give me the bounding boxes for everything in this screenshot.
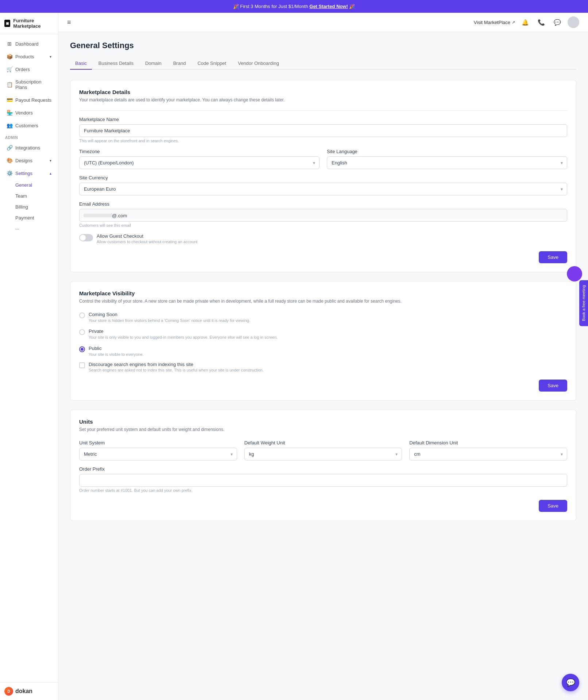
subscription-icon: 📋 (7, 82, 12, 88)
discourage-indexing-item: Discourage search engines from indexing … (79, 362, 567, 372)
sidebar-item-general[interactable]: General (12, 180, 57, 190)
chat-floating-icon: 💬 (566, 678, 575, 687)
private-desc: Your site is only visible to you and log… (89, 335, 278, 340)
marketplace-name-input[interactable] (79, 124, 567, 137)
visibility-desc: Control the visibility of your store. A … (79, 298, 567, 304)
chat-floating-button[interactable]: 💬 (562, 674, 579, 691)
sidebar-item-label: Products (15, 54, 34, 59)
site-currency-label: Site Currency (79, 175, 567, 180)
menu-icon[interactable]: ≡ (67, 19, 71, 26)
settings-tabs: Basic Business Details Domain Brand Code… (70, 58, 576, 70)
sidebar-item-label: Customers (15, 123, 38, 128)
order-prefix-input[interactable] (79, 474, 567, 487)
sidebar-item-more[interactable]: ··· (12, 223, 57, 234)
sidebar-item-label: Designs (15, 158, 32, 163)
radio-coming-soon-btn[interactable] (79, 312, 85, 318)
sidebar-item-products[interactable]: 📦 Products ▾ (1, 50, 57, 63)
guest-checkout-wrapper: Allow Guest Checkout Allow customers to … (79, 233, 567, 244)
guest-checkout-desc: Allow customers to checkout without crea… (97, 240, 197, 244)
book-meeting-button[interactable]: Book a free meeting (579, 280, 588, 326)
coming-soon-desc: Your store is hidden from visitors behin… (89, 318, 250, 323)
notifications-button[interactable]: 🔔 (519, 16, 531, 28)
vendors-icon: 🏪 (7, 110, 12, 116)
bell-icon: 🔔 (522, 19, 529, 26)
units-title: Units (79, 419, 567, 425)
external-link-icon: ↗ (512, 20, 515, 25)
tab-brand[interactable]: Brand (168, 58, 191, 70)
dimension-unit-select[interactable]: cm in (409, 448, 567, 460)
sidebar-item-team[interactable]: Team (12, 191, 57, 201)
radio-public-text: Public Your site is visible to everyone. (89, 346, 144, 357)
email-label: Email Address (79, 201, 567, 207)
radio-private: Private Your site is only visible to you… (79, 328, 567, 340)
order-prefix-hint: Order number starts at #1001. But you ca… (79, 488, 567, 493)
site-currency-select[interactable]: European Euro (79, 183, 567, 195)
banner-emoji: 🎉 (349, 4, 355, 9)
tab-business-details[interactable]: Business Details (93, 58, 139, 70)
visibility-save-button[interactable]: Save (539, 380, 567, 392)
sidebar-item-label: Payout Requests (15, 97, 51, 103)
visibility-radio-group: Coming Soon Your store is hidden from vi… (79, 312, 567, 357)
radio-public: Public Your site is visible to everyone. (79, 346, 567, 357)
marketplace-visibility-section: Marketplace Visibility Control the visib… (70, 281, 576, 401)
sidebar-item-payout[interactable]: 💳 Payout Requests (1, 94, 57, 106)
dashboard-icon: ⊞ (7, 41, 12, 47)
logo-icon: ▣ (4, 20, 10, 27)
discourage-indexing-checkbox[interactable] (79, 362, 85, 368)
settings-icon: ⚙️ (7, 170, 12, 176)
sidebar-item-billing[interactable]: Billing (12, 202, 57, 212)
sidebar-item-customers[interactable]: 👥 Customers (1, 119, 57, 132)
dokan-logo-icon: D (4, 687, 13, 696)
sidebar-item-payment[interactable]: Payment (12, 213, 57, 223)
tab-domain[interactable]: Domain (140, 58, 167, 70)
marketplace-details-section: Marketplace Details Your marketplace det… (70, 80, 576, 272)
sidebar-nav: ⊞ Dashboard 📦 Products ▾ 🛒 Orders 📋 Subs… (0, 34, 58, 682)
phone-button[interactable]: 📞 (535, 16, 547, 28)
marketplace-name-label: Marketplace Name (79, 117, 567, 122)
sidebar-item-label: Integrations (15, 145, 40, 151)
tab-basic[interactable]: Basic (70, 58, 92, 70)
email-domain: @.com (112, 213, 127, 218)
email-hint: Customers will see this email (79, 223, 567, 228)
marketplace-details-title: Marketplace Details (79, 89, 567, 95)
timezone-label: Timezone (79, 149, 320, 154)
sidebar-item-designs[interactable]: 🎨 Designs ▾ (1, 154, 57, 167)
user-avatar[interactable] (568, 16, 579, 28)
sidebar-item-label: Settings (15, 171, 32, 176)
tab-code-snippet[interactable]: Code Snippet (192, 58, 231, 70)
public-title: Public (89, 346, 144, 351)
unit-system-select[interactable]: Metric Imperial (79, 448, 237, 460)
products-icon: 📦 (7, 54, 12, 59)
radio-private-btn[interactable] (79, 329, 85, 335)
sidebar-item-orders[interactable]: 🛒 Orders (1, 63, 57, 75)
discourage-indexing-label: Discourage search engines from indexing … (89, 362, 264, 367)
banner-cta[interactable]: Get Started Now! (309, 4, 348, 9)
guest-checkout-toggle[interactable] (79, 234, 93, 241)
sidebar-item-settings[interactable]: ⚙️ Settings ▴ (1, 167, 57, 179)
order-prefix-label: Order Prefix (79, 466, 567, 472)
visibility-title: Marketplace Visibility (79, 290, 567, 296)
banner-text: 🎉 First 3 Months for Just $1/Month (233, 4, 308, 9)
tab-vendor-onboarding[interactable]: Vendor Onboarding (233, 58, 284, 70)
coming-soon-title: Coming Soon (89, 312, 250, 317)
radio-public-btn[interactable] (79, 346, 85, 352)
sidebar-item-subscription[interactable]: 📋 Subscription Plans (1, 76, 57, 93)
integrations-icon: 🔗 (7, 145, 12, 151)
chevron-down-icon: ▾ (50, 159, 51, 163)
sidebar-item-dashboard[interactable]: ⊞ Dashboard (1, 38, 57, 50)
email-input[interactable] (79, 209, 567, 222)
chat-header-button[interactable]: 💬 (552, 16, 563, 28)
app-header: ≡ Visit MarketPlace ↗ 🔔 📞 💬 (58, 13, 588, 32)
sidebar-item-label: Subscription Plans (15, 79, 51, 90)
weight-unit-select[interactable]: kg lbs (244, 448, 402, 460)
units-save-button[interactable]: Save (539, 500, 567, 512)
sidebar-item-vendors[interactable]: 🏪 Vendors (1, 106, 57, 119)
visit-marketplace-link[interactable]: Visit MarketPlace ↗ (474, 20, 515, 25)
email-blur (84, 214, 113, 217)
guest-checkout-label: Allow Guest Checkout (97, 233, 197, 239)
sidebar-item-integrations[interactable]: 🔗 Integrations (1, 141, 57, 154)
marketplace-details-save-button[interactable]: Save (539, 251, 567, 263)
timezone-select[interactable]: (UTC) (Europe/London) (79, 156, 320, 169)
site-language-select[interactable]: English (327, 156, 567, 169)
sidebar-item-label: Vendors (15, 110, 33, 116)
